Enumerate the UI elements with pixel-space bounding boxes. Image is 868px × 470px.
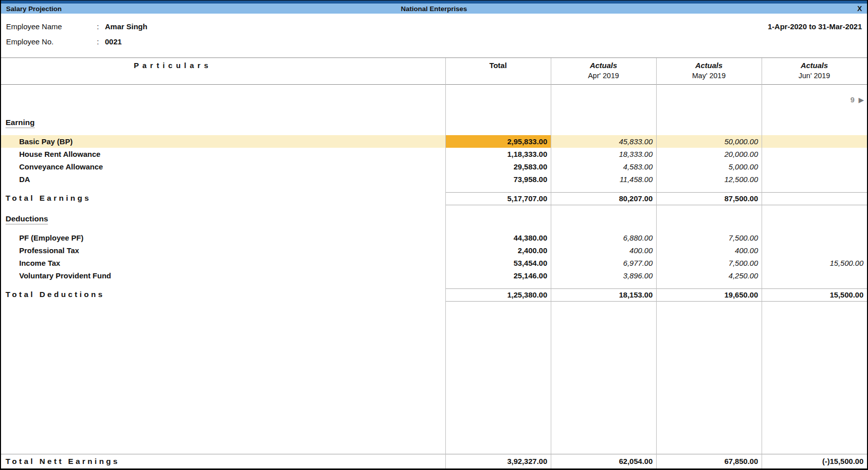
table-body: 9▶ Earning Basic Pay (BP) 2,95,833.00 45… <box>1 85 867 468</box>
row-jun-value <box>762 148 867 160</box>
row-jun-value <box>762 135 867 148</box>
row-apr-value: 80,207.00 <box>551 192 656 205</box>
row-label: House Rent Allowance <box>1 148 445 160</box>
row-may-value: 12,500.00 <box>656 173 762 186</box>
row-may-value: 4,250.00 <box>656 269 762 282</box>
more-columns-indicator: 9▶ <box>762 95 867 106</box>
row-label: DA <box>1 173 445 186</box>
row-may-value: 67,850.00 <box>656 454 762 468</box>
row-jun-value <box>762 160 867 173</box>
row-jun-value: 15,500.00 <box>762 288 867 302</box>
employee-name-label: Employee Name <box>1 22 97 31</box>
total-deductions-row[interactable]: Total Deductions 1,25,380.00 18,153.00 1… <box>1 288 867 302</box>
total-nett-earnings-row[interactable]: Total Nett Earnings 3,92,327.00 62,054.0… <box>1 454 867 468</box>
row-label: Basic Pay (BP) <box>1 135 445 148</box>
row-apr-value: 62,054.00 <box>551 454 656 468</box>
company-name: National Enterprises <box>1 5 867 13</box>
row-label: Conveyance Allowance <box>1 160 445 173</box>
row-jun-value: (-)15,500.00 <box>762 454 867 468</box>
row-apr-value: 6,977.00 <box>551 257 656 269</box>
row-total-value: 25,146.00 <box>445 269 551 282</box>
row-apr-value: 6,880.00 <box>551 231 656 244</box>
header-particulars: Particulars <box>1 60 445 84</box>
table-row-conveyance-allowance[interactable]: Conveyance Allowance 29,583.00 4,583.00 … <box>1 160 867 173</box>
row-jun-value <box>762 192 867 205</box>
row-apr-value: 18,153.00 <box>551 288 656 302</box>
row-apr-value: 11,458.00 <box>551 173 656 186</box>
row-total-value: 3,92,327.00 <box>445 454 551 468</box>
earning-heading: Earning <box>6 118 35 128</box>
employee-no-label: Employee No. <box>1 37 97 46</box>
earning-section-heading-row: Earning <box>1 106 867 128</box>
row-total-value: 73,958.00 <box>445 173 551 186</box>
table-header: Particulars Total Actuals Apr' 2019 Actu… <box>1 58 867 85</box>
row-may-value: 7,500.00 <box>656 231 762 244</box>
row-label: Total Nett Earnings <box>1 454 445 468</box>
row-may-value: 400.00 <box>656 244 762 257</box>
row-total-value: 1,18,333.00 <box>445 148 551 160</box>
row-may-value: 19,650.00 <box>656 288 762 302</box>
header-total-column: Total <box>445 60 551 84</box>
titlebar: Salary Projection National Enterprises X <box>1 4 867 14</box>
row-may-value: 5,000.00 <box>656 160 762 173</box>
employee-no-value: 0021 <box>105 37 122 46</box>
row-apr-value: 45,833.00 <box>551 135 656 148</box>
period-range: 1-Apr-2020 to 31-Mar-2021 <box>768 19 862 34</box>
row-total-value: 29,583.00 <box>445 160 551 173</box>
row-total-value: 5,17,707.00 <box>445 192 551 205</box>
row-label: Voluntary Provident Fund <box>1 269 445 282</box>
header-apr-column: Actuals Apr' 2019 <box>551 60 656 84</box>
row-label: Total Deductions <box>1 288 445 302</box>
row-apr-value: 400.00 <box>551 244 656 257</box>
colon-separator: : <box>97 37 105 46</box>
table-row-basic-pay[interactable]: Basic Pay (BP) 2,95,833.00 45,833.00 50,… <box>1 135 867 148</box>
more-columns-count: 9 <box>850 95 854 104</box>
row-total-value: 53,454.00 <box>445 257 551 269</box>
row-apr-value: 4,583.00 <box>551 160 656 173</box>
row-jun-value <box>762 269 867 282</box>
row-apr-value: 18,333.00 <box>551 148 656 160</box>
row-may-value: 7,500.00 <box>656 257 762 269</box>
row-jun-value <box>762 244 867 257</box>
row-jun-value <box>762 231 867 244</box>
employee-name-row: Employee Name : Amar Singh <box>1 19 867 34</box>
report-info-header: Employee Name : Amar Singh Employee No. … <box>1 14 867 57</box>
more-columns-arrow-icon: ▶ <box>858 96 864 104</box>
row-label: Professional Tax <box>1 244 445 257</box>
salary-table: Particulars Total Actuals Apr' 2019 Actu… <box>1 57 867 468</box>
employee-no-row: Employee No. : 0021 <box>1 34 867 49</box>
total-earnings-row[interactable]: Total Earnings 5,17,707.00 80,207.00 87,… <box>1 192 867 205</box>
table-row-pf-employee-pf[interactable]: PF (Employee PF) 44,380.00 6,880.00 7,50… <box>1 231 867 244</box>
row-may-value: 50,000.00 <box>656 135 762 148</box>
row-total-value: 2,95,833.00 <box>445 135 551 148</box>
row-apr-value: 3,896.00 <box>551 269 656 282</box>
close-icon[interactable]: X <box>857 4 862 14</box>
colon-separator: : <box>97 22 105 31</box>
row-label: Income Tax <box>1 257 445 269</box>
table-row-income-tax[interactable]: Income Tax 53,454.00 6,977.00 7,500.00 1… <box>1 257 867 269</box>
row-may-value: 20,000.00 <box>656 148 762 160</box>
row-total-value: 1,25,380.00 <box>445 288 551 302</box>
row-may-value: 87,500.00 <box>656 192 762 205</box>
row-total-value: 44,380.00 <box>445 231 551 244</box>
more-columns-indicator-row: 9▶ <box>1 85 867 106</box>
row-jun-value <box>762 173 867 186</box>
deductions-heading: Deductions <box>6 214 48 224</box>
row-total-value: 2,400.00 <box>445 244 551 257</box>
header-jun-column: Actuals Jun' 2019 <box>762 60 867 84</box>
row-jun-value: 15,500.00 <box>762 257 867 269</box>
empty-area <box>1 302 867 454</box>
deductions-section-heading-row: Deductions <box>1 205 867 224</box>
salary-projection-window: Salary Projection National Enterprises X… <box>0 0 868 470</box>
employee-name-value: Amar Singh <box>105 22 147 31</box>
table-row-house-rent-allowance[interactable]: House Rent Allowance 1,18,333.00 18,333.… <box>1 148 867 160</box>
row-label: Total Earnings <box>1 192 445 205</box>
table-row-da[interactable]: DA 73,958.00 11,458.00 12,500.00 <box>1 173 867 186</box>
table-row-professional-tax[interactable]: Professional Tax 2,400.00 400.00 400.00 <box>1 244 867 257</box>
row-label: PF (Employee PF) <box>1 231 445 244</box>
header-may-column: Actuals May' 2019 <box>656 60 762 84</box>
table-row-voluntary-provident-fund[interactable]: Voluntary Provident Fund 25,146.00 3,896… <box>1 269 867 282</box>
